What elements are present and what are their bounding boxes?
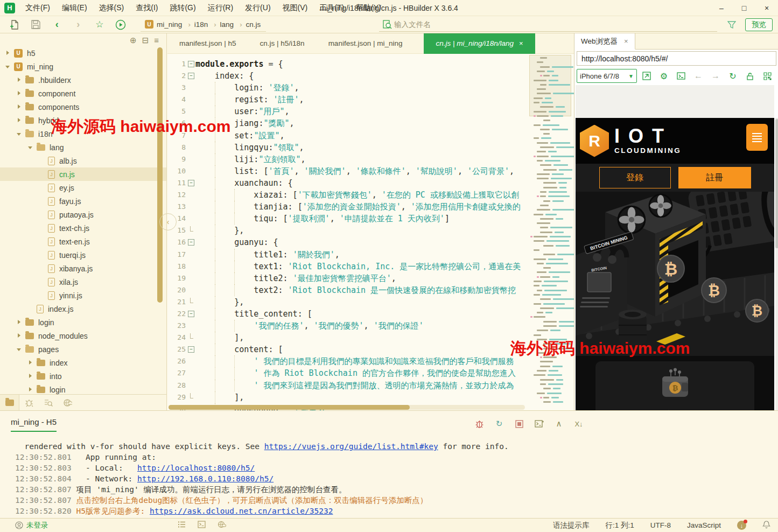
restart-icon[interactable]: ↻ xyxy=(494,418,504,429)
line-number[interactable]: 7 xyxy=(167,130,186,142)
line-number[interactable]: 8 xyxy=(167,142,186,153)
collapse-panel-icon[interactable]: ∧ xyxy=(553,418,564,429)
bookmark-star-icon[interactable]: ☆ xyxy=(93,18,107,31)
tree-item-node-modules[interactable]: node_modules xyxy=(0,329,166,342)
minimize-button[interactable]: – xyxy=(710,0,733,16)
collapse-all-icon[interactable]: ⊟ xyxy=(142,36,149,45)
console-link[interactable]: http://localhost:8080/h5/ xyxy=(137,464,255,472)
tree-item-alb-js[interactable]: Jalb.js xyxy=(0,154,166,167)
tree-item-xibanya-js[interactable]: Jxibanya.js xyxy=(0,262,166,275)
chevron-down-icon[interactable] xyxy=(5,64,11,69)
tree-item-mi-ning[interactable]: Umi_ning xyxy=(0,60,166,73)
tree-item-pages[interactable]: pages xyxy=(0,342,166,356)
line-number[interactable]: 26 xyxy=(167,355,186,367)
line-number[interactable]: 20 xyxy=(167,284,186,296)
tree-item-ey-js[interactable]: Jey.js xyxy=(0,181,166,194)
chevron-right-icon[interactable] xyxy=(17,320,22,325)
menu-item[interactable]: 编辑(E) xyxy=(56,1,93,14)
fold-marker[interactable] xyxy=(186,177,195,189)
line-number[interactable]: 25 xyxy=(167,344,186,355)
explorer-menu-icon[interactable]: ≡ xyxy=(154,36,159,45)
line-number[interactable]: 5 xyxy=(167,106,186,117)
fold-marker[interactable] xyxy=(186,236,195,248)
tree-item-text-en-js[interactable]: Jtext-en.js xyxy=(0,235,166,248)
lock-icon[interactable] xyxy=(742,69,758,83)
line-number[interactable]: 24 xyxy=(167,332,186,344)
tree-item-lang[interactable]: lang xyxy=(0,141,166,154)
tree-item--hbuilderx[interactable]: .hbuilderx xyxy=(0,73,166,87)
device-select[interactable]: iPhone 6/7/8 ▼ xyxy=(577,69,637,83)
fold-end-marker[interactable] xyxy=(186,332,195,344)
breadcrumb-item[interactable]: mi_ning xyxy=(156,20,183,29)
tree-item-component[interactable]: component xyxy=(0,87,166,100)
chevron-right-icon[interactable] xyxy=(28,387,33,393)
fold-marker[interactable] xyxy=(186,308,195,320)
close-button[interactable]: × xyxy=(755,0,778,16)
new-terminal-icon[interactable] xyxy=(534,418,544,429)
browser-tab-close-icon[interactable]: × xyxy=(624,37,628,45)
console-tab[interactable]: mi_ning - H5 xyxy=(11,417,57,432)
line-number[interactable]: 18 xyxy=(167,261,186,272)
chevron-right-icon[interactable] xyxy=(17,104,22,110)
menu-item[interactable]: 运行(R) xyxy=(202,1,239,14)
tree-item-text-ch-js[interactable]: Jtext-ch.js xyxy=(0,221,166,235)
chevron-right-icon[interactable] xyxy=(17,91,22,96)
tree-item-fayu-js[interactable]: Jfayu.js xyxy=(0,194,166,208)
line-number[interactable]: 6 xyxy=(167,117,186,129)
line-number[interactable]: 27 xyxy=(167,367,186,379)
tab-debug[interactable] xyxy=(19,395,39,410)
breadcrumb-item[interactable]: cn.js xyxy=(235,20,262,29)
line-number[interactable]: 12 xyxy=(167,189,186,201)
clear-console-icon[interactable]: X↓ xyxy=(573,418,584,429)
horizontal-scrollbar[interactable] xyxy=(169,405,525,410)
fold-end-marker[interactable] xyxy=(186,391,195,403)
tree-item-cn-js[interactable]: Jcn.js xyxy=(0,167,166,181)
menu-item[interactable]: 视图(V) xyxy=(277,1,314,14)
encoding-label[interactable]: UTF-8 xyxy=(650,521,671,529)
tree-item-putaoya-js[interactable]: Jputaoya.js xyxy=(0,208,166,221)
console-icon[interactable] xyxy=(674,69,689,83)
menu-item[interactable]: 查找(I) xyxy=(130,1,164,14)
tree-item-h5[interactable]: Uh5 xyxy=(0,46,166,60)
line-number[interactable]: 10 xyxy=(167,165,186,177)
tree-item-hybrid[interactable]: hybrid xyxy=(0,114,166,127)
chevron-right-icon[interactable] xyxy=(5,51,11,56)
filter-funnel-icon[interactable] xyxy=(725,18,739,31)
fold-end-marker[interactable] xyxy=(186,296,195,308)
line-number[interactable]: 21 xyxy=(167,296,186,308)
site-login-button[interactable]: 登錄 xyxy=(599,167,671,188)
code-editor[interactable]: 1module.exports = {2 index: {3 login: '登… xyxy=(167,54,528,410)
chevron-right-icon[interactable] xyxy=(17,333,22,339)
line-number[interactable]: 9 xyxy=(167,153,186,165)
tree-item-tuerqi-js[interactable]: Jtuerqi.js xyxy=(0,248,166,262)
menu-item[interactable]: 文件(F) xyxy=(19,1,56,14)
menu-item[interactable]: 跳转(G) xyxy=(164,1,201,14)
line-number[interactable]: 4 xyxy=(167,94,186,106)
console-link[interactable]: http://192.168.0.110:8080/h5/ xyxy=(137,474,274,483)
tree-item-index-js[interactable]: Jindex.js xyxy=(0,302,166,316)
tree-item-into[interactable]: into xyxy=(0,369,166,383)
save-icon[interactable] xyxy=(29,18,43,31)
tree-item-components[interactable]: components xyxy=(0,100,166,114)
line-number[interactable]: 17 xyxy=(167,249,186,261)
maximize-button[interactable]: □ xyxy=(733,0,755,16)
login-status[interactable]: 未登录 xyxy=(15,521,48,530)
menu-item[interactable]: 发行(U) xyxy=(239,1,276,14)
console-link[interactable]: https://vuejs.org/guide/list.html#key xyxy=(264,442,438,451)
open-in-external-browser-icon[interactable] xyxy=(639,69,654,83)
fold-end-marker[interactable] xyxy=(186,225,195,236)
preview-scrollbar-thumb[interactable] xyxy=(775,119,778,248)
editor-tab-3[interactable]: cn.js | mi_ning/i18n/lang× xyxy=(424,33,535,54)
editor-tab-0[interactable]: manifest.json | h5 xyxy=(167,33,248,54)
language-mode-label[interactable]: JavaScript xyxy=(687,521,721,529)
settings-gear-icon[interactable]: ⚙ xyxy=(656,69,671,83)
preview-button[interactable]: 预览 xyxy=(745,18,773,31)
editor-tab-2[interactable]: manifest.json | mi_ning xyxy=(317,33,415,54)
line-number[interactable]: 23 xyxy=(167,320,186,332)
tree-item-login[interactable]: login xyxy=(0,316,166,329)
navigate-back-icon[interactable]: ‹ xyxy=(50,18,64,31)
line-number[interactable]: 16 xyxy=(167,236,186,248)
tree-item-index[interactable]: index xyxy=(0,356,166,369)
debug-bug-icon[interactable] xyxy=(474,418,485,429)
notification-bell-icon[interactable] xyxy=(762,520,770,530)
